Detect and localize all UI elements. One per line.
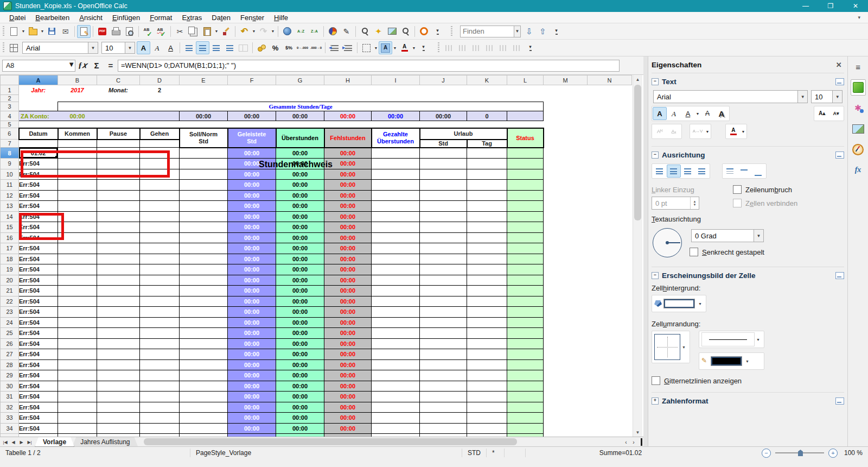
cell[interactable]: [58, 392, 97, 402]
cell-datum-error[interactable]: Err:504: [19, 349, 58, 360]
cell-ueberstunden[interactable]: 00:00: [276, 286, 324, 296]
cell[interactable]: [588, 402, 632, 413]
sidebar-bold-icon[interactable]: [653, 107, 667, 120]
cell[interactable]: [97, 307, 140, 318]
cell[interactable]: [97, 370, 140, 381]
cell[interactable]: [420, 359, 467, 370]
row-header[interactable]: 11: [1, 180, 19, 191]
functions-deck-icon[interactable]: fx: [851, 162, 866, 178]
cell[interactable]: [588, 243, 632, 254]
font-size-dropdown-icon[interactable]: ▼: [125, 42, 135, 53]
cell[interactable]: [97, 201, 140, 212]
cell[interactable]: [58, 402, 97, 413]
cell-fehlstunden[interactable]: 00:00: [324, 392, 372, 402]
cell-e4[interactable]: 00:00: [180, 111, 228, 121]
superscript-icon[interactable]: Aᴴ: [653, 125, 667, 138]
cell[interactable]: [544, 190, 588, 201]
cell-status[interactable]: [507, 201, 544, 212]
cell[interactable]: [180, 243, 228, 254]
row-header[interactable]: 29: [1, 370, 19, 381]
align-middle-icon[interactable]: [737, 165, 751, 178]
cell[interactable]: [372, 286, 420, 296]
vertical-scrollbar[interactable]: ▲ ▼: [633, 75, 642, 437]
row-header[interactable]: 27: [1, 349, 19, 360]
cell[interactable]: [372, 243, 420, 254]
cell[interactable]: [180, 222, 228, 233]
cell[interactable]: [180, 264, 228, 275]
cell[interactable]: [97, 275, 140, 286]
cell-geleistete[interactable]: 00:00: [228, 211, 276, 222]
cell-j4[interactable]: 00:00: [420, 111, 467, 121]
format-paintbrush-icon[interactable]: [219, 25, 233, 38]
line-style-dropdown-icon[interactable]: ▼: [755, 338, 762, 342]
sort-descending-icon[interactable]: [308, 25, 321, 38]
cell[interactable]: [58, 328, 97, 339]
cell-geleistete[interactable]: 00:00: [228, 349, 276, 360]
cell-ueberstunden[interactable]: 00:00: [276, 254, 324, 264]
cell-fehlstunden[interactable]: 00:00: [324, 413, 372, 424]
cell-status[interactable]: [507, 349, 544, 360]
cell-fehlstunden[interactable]: 00:00: [324, 232, 372, 243]
number-format-dialog-launcher-icon[interactable]: [835, 397, 844, 405]
header-kommen[interactable]: Kommen: [58, 128, 97, 140]
cell[interactable]: [372, 180, 420, 191]
cell[interactable]: [140, 264, 180, 275]
cell[interactable]: [588, 148, 632, 159]
column-header-g[interactable]: G: [276, 75, 324, 85]
paste-dropdown-icon[interactable]: ▼: [214, 25, 219, 38]
cell-ueberstunden[interactable]: 00:00: [276, 349, 324, 360]
header-gezahlte-ueberstunden[interactable]: GezahlteÜberstunden: [372, 128, 420, 148]
cell-geleistete[interactable]: 00:00: [228, 307, 276, 318]
cell-status[interactable]: [507, 423, 544, 434]
cell[interactable]: [372, 222, 420, 233]
cell[interactable]: [58, 307, 97, 318]
cell-datum-error[interactable]: Err:504: [19, 286, 58, 296]
cell-fehlstunden[interactable]: 00:00: [324, 264, 372, 275]
cell[interactable]: [544, 201, 588, 212]
cell[interactable]: [180, 159, 228, 169]
cell-fehlstunden[interactable]: 00:00: [324, 211, 372, 222]
first-sheet-icon[interactable]: |◀: [1, 438, 9, 446]
sidebar-align-justify-icon[interactable]: [695, 165, 709, 178]
cell[interactable]: [544, 180, 588, 191]
cell[interactable]: [544, 328, 588, 339]
page-preview-icon[interactable]: [123, 25, 136, 38]
cell[interactable]: [58, 370, 97, 381]
open-sidebar-icon[interactable]: [7, 41, 21, 54]
column-header-j[interactable]: J: [420, 75, 467, 85]
cell[interactable]: [372, 338, 420, 349]
cell[interactable]: [140, 359, 180, 370]
cell[interactable]: [97, 349, 140, 360]
print-icon[interactable]: [109, 25, 123, 38]
cell-fehlstunden[interactable]: 00:00: [324, 190, 372, 201]
cell[interactable]: [467, 211, 507, 222]
cell[interactable]: [544, 381, 588, 392]
cell[interactable]: [467, 307, 507, 318]
cell[interactable]: [58, 264, 97, 275]
alignment-dialog-launcher-icon[interactable]: [835, 152, 844, 159]
cell-e1[interactable]: [180, 85, 632, 95]
rotation-degrees-combobox[interactable]: 0 Grad ▼: [691, 229, 764, 242]
cell[interactable]: [140, 254, 180, 264]
cell[interactable]: [420, 264, 467, 275]
background-color-icon[interactable]: [379, 41, 392, 54]
cell[interactable]: [467, 159, 507, 169]
cell-datum-error[interactable]: Err:504: [19, 296, 58, 307]
scroll-left-icon[interactable]: ‹: [622, 439, 630, 445]
cell[interactable]: [372, 254, 420, 264]
cell[interactable]: [420, 296, 467, 307]
cell[interactable]: [180, 359, 228, 370]
find-input[interactable]: [461, 26, 514, 37]
cell[interactable]: [588, 307, 632, 318]
cell[interactable]: [97, 402, 140, 413]
vertically-stacked-checkbox[interactable]: [690, 248, 698, 256]
menu-extras[interactable]: Extras: [177, 12, 207, 23]
increase-indent-icon[interactable]: [341, 41, 355, 54]
line-style-button[interactable]: ▼: [699, 331, 764, 348]
horizontal-scrollbar-thumb[interactable]: [144, 438, 517, 445]
cell[interactable]: [467, 328, 507, 339]
cell[interactable]: [588, 211, 632, 222]
cell[interactable]: [544, 254, 588, 264]
sidebar-font-color-icon[interactable]: [726, 125, 741, 138]
align-center-icon[interactable]: [196, 41, 209, 54]
